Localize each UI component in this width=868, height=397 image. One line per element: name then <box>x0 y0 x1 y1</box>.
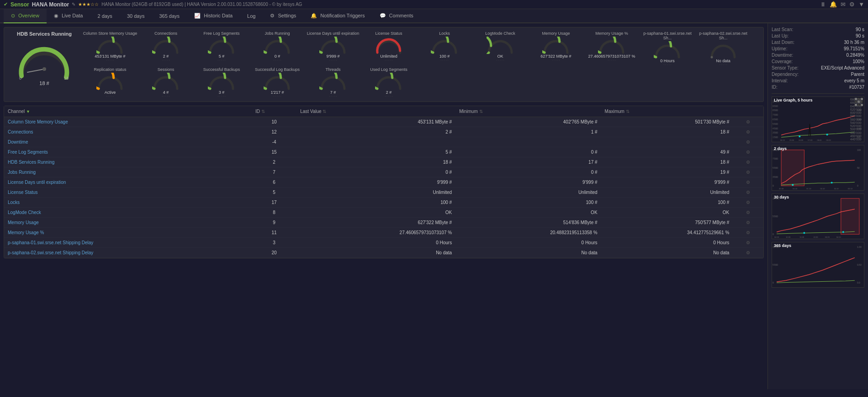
row-link-icon[interactable]: ⚙ <box>746 129 750 134</box>
gauge-svg <box>208 37 235 54</box>
cell-link[interactable]: ⚙ <box>733 238 763 248</box>
row-link-icon[interactable]: ⚙ <box>746 230 750 235</box>
svg-text:10.09: 10.09 <box>786 236 791 238</box>
th-id[interactable]: ID ⇅ <box>252 106 296 117</box>
row-link-icon[interactable]: ⚙ <box>746 250 750 255</box>
cell-minimum: No data <box>455 248 601 258</box>
svg-text:5'000: 5'000 <box>773 264 778 266</box>
cell-link[interactable]: ⚙ <box>733 188 763 198</box>
cell-id: 17 <box>252 198 296 208</box>
row-link-icon[interactable]: ⚙ <box>746 170 750 175</box>
th-minimum[interactable]: Minimum ⇅ <box>455 106 601 117</box>
cell-link[interactable]: ⚙ <box>733 117 763 127</box>
cell-link[interactable]: ⚙ <box>733 167 763 177</box>
cell-channel[interactable]: Column Store Memory Usage <box>4 117 252 127</box>
gauge-item: Column Store Memory Usage 453'131 MByte … <box>83 31 138 66</box>
tab-overview[interactable]: ⊙ Overview <box>4 9 47 23</box>
cell-channel[interactable]: Free Log Segments <box>4 147 252 157</box>
cell-maximum: 501'730 MByte # <box>601 117 733 127</box>
graph-2days-svg: 10'000 7'000 5'000 3'000 0 30.09 01.10 0… <box>772 145 864 190</box>
svg-text:0: 0 <box>773 185 774 187</box>
pause-icon[interactable]: ⏸ <box>820 1 826 8</box>
info-interval: Interval: every 5 m <box>772 78 864 83</box>
big-gauge-value: 18 # <box>39 80 49 86</box>
cell-channel[interactable]: HDB Services Running <box>4 157 252 167</box>
gauge-svg <box>598 37 625 54</box>
gauge-value: Active <box>105 90 116 95</box>
gauges-grid: Column Store Memory Usage 453'131 MByte … <box>83 31 760 98</box>
cell-link[interactable]: ⚙ <box>733 177 763 188</box>
tab-comments[interactable]: 💬 Comments <box>372 9 421 23</box>
cell-link[interactable]: ⚙ <box>733 127 763 137</box>
svg-text:06:00: 06:00 <box>799 139 804 141</box>
gauge-label: Sessions <box>158 67 175 72</box>
row-link-icon[interactable]: ⚙ <box>746 190 750 195</box>
th-last-value[interactable]: Last Value ⇅ <box>296 106 455 117</box>
gauge-label: Threads <box>325 67 340 72</box>
info-uptime: Uptime: 99.7151% <box>772 46 864 51</box>
svg-text:6'000: 6'000 <box>773 118 778 121</box>
cell-link[interactable]: ⚙ <box>733 248 763 258</box>
row-link-icon[interactable]: ⚙ <box>746 200 750 205</box>
bell-icon[interactable]: 🔔 <box>830 1 837 8</box>
dependency-value: Parent <box>851 72 864 77</box>
table-row: License Days until expiration 6 9'999 # … <box>4 177 763 188</box>
tab-2days[interactable]: 2 days <box>90 10 119 23</box>
gauge-item: Sessions 4 # · · · · · <box>138 67 193 98</box>
row-link-icon[interactable]: ⚙ <box>746 150 750 155</box>
email-icon[interactable]: ✉ <box>841 1 846 8</box>
tab-notifications[interactable]: 🔔 Notification Triggers <box>303 9 372 23</box>
cell-channel[interactable]: License Days until expiration <box>4 177 252 188</box>
tab-30days[interactable]: 30 days <box>120 10 152 23</box>
row-link-icon[interactable]: ⚙ <box>746 139 750 145</box>
cell-channel[interactable]: Downtime <box>4 137 252 147</box>
cell-link[interactable]: ⚙ <box>733 218 763 228</box>
th-channel[interactable]: Channel ▼ <box>4 106 252 117</box>
cell-channel[interactable]: Locks <box>4 198 252 208</box>
cell-channel[interactable]: Jobs Running <box>4 167 252 177</box>
cell-channel[interactable]: Connections <box>4 127 252 137</box>
cell-link[interactable]: ⚙ <box>733 157 763 167</box>
svg-point-1 <box>42 67 46 71</box>
gauge-svg <box>375 73 402 90</box>
cell-channel[interactable]: p-saphana-02.swi.srse.net Shipping Delay <box>4 248 252 258</box>
cell-last-value: 18 # <box>296 157 455 167</box>
cell-link[interactable]: ⚙ <box>733 137 763 147</box>
expand-icon[interactable]: ▼ <box>858 1 864 8</box>
cell-channel[interactable]: p-saphana-01.swi.srse.net Shipping Delay <box>4 238 252 248</box>
tab-365days[interactable]: 365 days <box>152 10 187 23</box>
cell-link[interactable]: ⚙ <box>733 198 763 208</box>
th-maximum[interactable]: Maximum ⇅ <box>601 106 733 117</box>
cell-minimum <box>455 137 601 147</box>
star-rating[interactable]: ★★★☆☆ <box>78 2 99 7</box>
cell-channel[interactable]: Memory Usage <box>4 218 252 228</box>
id-label: ID: <box>772 85 778 90</box>
row-link-icon[interactable]: ⚙ <box>746 180 750 185</box>
graph-live: Live Graph, 5 hours 10'000 9'000 8'000 7… <box>772 97 864 142</box>
graph-365days: 365 days 10'000 5'000 0 1.00 0.50 0.0 <box>772 242 864 288</box>
row-link-icon[interactable]: ⚙ <box>746 160 750 165</box>
big-gauge-dots: · · · · · <box>40 87 49 91</box>
cell-channel[interactable]: LogMode Check <box>4 208 252 218</box>
cell-id: 10 <box>252 117 296 127</box>
cell-channel[interactable]: License Status <box>4 188 252 198</box>
gauge-item: p-saphana-01.swi.srse.net Sh... 0 Hours … <box>640 31 695 66</box>
tab-live-data[interactable]: ◉ Live Data <box>47 9 90 23</box>
cell-link[interactable]: ⚙ <box>733 147 763 157</box>
tab-historic[interactable]: 📈 Historic Data <box>187 9 240 23</box>
svg-text:8'000: 8'000 <box>773 109 778 112</box>
cell-link[interactable]: ⚙ <box>733 208 763 218</box>
gauge-svg <box>96 73 124 90</box>
tab-log[interactable]: Log <box>240 10 263 23</box>
row-link-icon[interactable]: ⚙ <box>746 220 750 225</box>
cell-channel[interactable]: Memory Usage % <box>4 228 252 238</box>
cell-id: 11 <box>252 228 296 238</box>
svg-text:9'000: 9'000 <box>773 105 778 107</box>
row-link-icon[interactable]: ⚙ <box>746 119 750 124</box>
tab-settings[interactable]: ⚙ Settings <box>263 9 303 23</box>
gauge-dots: · · · · · <box>273 95 281 98</box>
row-link-icon[interactable]: ⚙ <box>746 240 750 245</box>
cell-link[interactable]: ⚙ <box>733 228 763 238</box>
row-link-icon[interactable]: ⚙ <box>746 210 750 215</box>
gear-icon[interactable]: ⚙ <box>849 1 855 8</box>
